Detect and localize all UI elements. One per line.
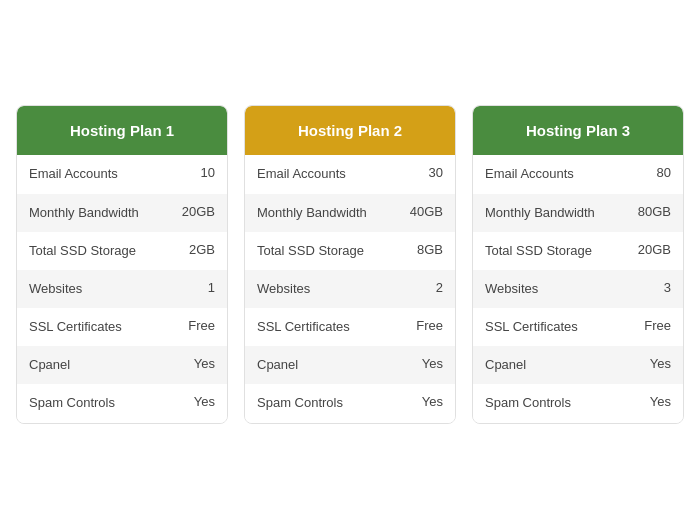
plan-card-1: Hosting Plan 1Email Accounts10Monthly Ba… <box>16 105 228 423</box>
table-row: Spam ControlsYes <box>17 384 227 422</box>
row-value: 10 <box>201 165 215 180</box>
table-row: Spam ControlsYes <box>245 384 455 422</box>
row-value: 20GB <box>182 204 215 219</box>
row-value: 3 <box>664 280 671 295</box>
table-row: CpanelYes <box>473 346 683 384</box>
row-label: Email Accounts <box>257 165 429 183</box>
row-label: Websites <box>29 280 208 298</box>
row-value: 80 <box>657 165 671 180</box>
row-value: Yes <box>650 394 671 409</box>
row-label: SSL Certificates <box>485 318 644 336</box>
plans-container: Hosting Plan 1Email Accounts10Monthly Ba… <box>16 105 684 423</box>
row-value: Free <box>644 318 671 333</box>
plan-header-1: Hosting Plan 1 <box>17 106 227 155</box>
table-row: Monthly Bandwidth20GB <box>17 194 227 232</box>
row-label: Monthly Bandwidth <box>485 204 638 222</box>
table-row: SSL CertificatesFree <box>17 308 227 346</box>
row-label: Monthly Bandwidth <box>257 204 410 222</box>
row-label: Cpanel <box>29 356 194 374</box>
row-value: 30 <box>429 165 443 180</box>
row-label: Email Accounts <box>485 165 657 183</box>
row-value: Yes <box>194 394 215 409</box>
row-value: Free <box>416 318 443 333</box>
table-row: CpanelYes <box>245 346 455 384</box>
row-value: Yes <box>194 356 215 371</box>
row-label: Spam Controls <box>29 394 194 412</box>
table-row: Spam ControlsYes <box>473 384 683 422</box>
plan-rows-2: Email Accounts30Monthly Bandwidth40GBTot… <box>245 155 455 422</box>
row-label: Spam Controls <box>257 394 422 412</box>
row-value: Yes <box>422 394 443 409</box>
row-value: 2GB <box>189 242 215 257</box>
row-value: 80GB <box>638 204 671 219</box>
table-row: Email Accounts80 <box>473 155 683 193</box>
table-row: SSL CertificatesFree <box>245 308 455 346</box>
table-row: CpanelYes <box>17 346 227 384</box>
row-label: Monthly Bandwidth <box>29 204 182 222</box>
table-row: Total SSD Storage8GB <box>245 232 455 270</box>
table-row: Email Accounts10 <box>17 155 227 193</box>
table-row: SSL CertificatesFree <box>473 308 683 346</box>
table-row: Email Accounts30 <box>245 155 455 193</box>
table-row: Monthly Bandwidth40GB <box>245 194 455 232</box>
row-value: 40GB <box>410 204 443 219</box>
row-label: Websites <box>257 280 436 298</box>
row-value: Yes <box>422 356 443 371</box>
table-row: Websites3 <box>473 270 683 308</box>
row-label: Total SSD Storage <box>485 242 638 260</box>
row-label: Email Accounts <box>29 165 201 183</box>
plan-header-2: Hosting Plan 2 <box>245 106 455 155</box>
row-label: Websites <box>485 280 664 298</box>
plan-header-3: Hosting Plan 3 <box>473 106 683 155</box>
table-row: Websites2 <box>245 270 455 308</box>
row-label: SSL Certificates <box>29 318 188 336</box>
row-label: Cpanel <box>257 356 422 374</box>
table-row: Total SSD Storage20GB <box>473 232 683 270</box>
plan-rows-1: Email Accounts10Monthly Bandwidth20GBTot… <box>17 155 227 422</box>
plan-card-2: Hosting Plan 2Email Accounts30Monthly Ba… <box>244 105 456 423</box>
row-value: 2 <box>436 280 443 295</box>
row-value: 20GB <box>638 242 671 257</box>
table-row: Total SSD Storage2GB <box>17 232 227 270</box>
row-label: SSL Certificates <box>257 318 416 336</box>
table-row: Websites1 <box>17 270 227 308</box>
row-label: Total SSD Storage <box>257 242 417 260</box>
row-label: Total SSD Storage <box>29 242 189 260</box>
row-value: 8GB <box>417 242 443 257</box>
table-row: Monthly Bandwidth80GB <box>473 194 683 232</box>
plan-rows-3: Email Accounts80Monthly Bandwidth80GBTot… <box>473 155 683 422</box>
row-value: 1 <box>208 280 215 295</box>
row-value: Free <box>188 318 215 333</box>
plan-card-3: Hosting Plan 3Email Accounts80Monthly Ba… <box>472 105 684 423</box>
row-label: Spam Controls <box>485 394 650 412</box>
row-label: Cpanel <box>485 356 650 374</box>
row-value: Yes <box>650 356 671 371</box>
